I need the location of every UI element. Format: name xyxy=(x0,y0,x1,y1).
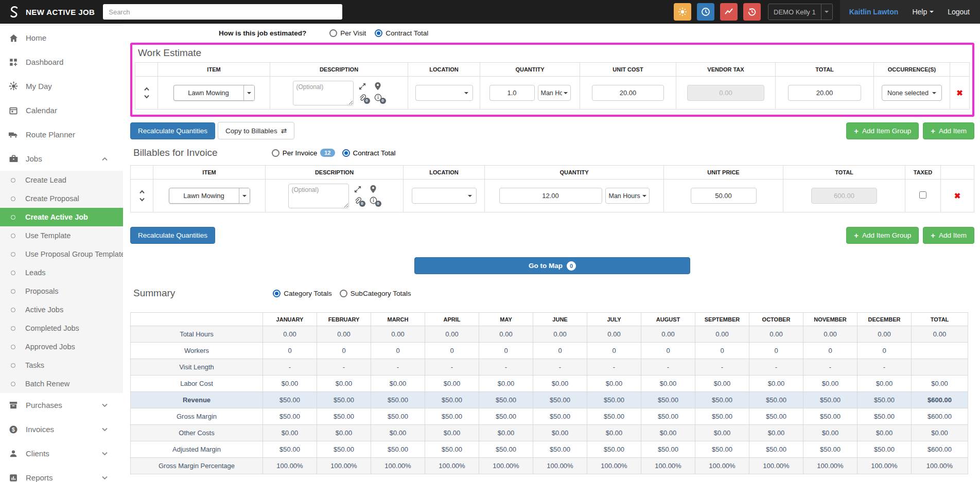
sidebar-item-purchases[interactable]: Purchases xyxy=(0,393,123,417)
sidebar-item-create-proposal[interactable]: Create Proposal xyxy=(0,189,123,208)
radio-billables-contract-total[interactable]: Contract Total xyxy=(342,149,396,157)
account-selector[interactable]: DEMO Kelly 1 xyxy=(768,4,833,20)
work-estimate-highlight-box: Work Estimate ITEM DESCRIPTION LOCATION … xyxy=(130,43,974,117)
sidebar-item-clients[interactable]: Clients xyxy=(0,441,123,466)
delete-row-button[interactable]: ✖ xyxy=(956,88,963,97)
unit-select[interactable]: Man Hou xyxy=(538,85,571,101)
unit-cost-input[interactable] xyxy=(592,85,664,101)
sidebar-item-create-lead[interactable]: Create Lead xyxy=(0,171,123,189)
user-name-link[interactable]: Kaitlin Lawton xyxy=(849,8,899,16)
delete-row-button[interactable]: ✖ xyxy=(954,191,961,200)
summary-cell: $50.00 xyxy=(317,408,371,425)
item-select[interactable]: Lawn Mowing xyxy=(173,85,255,101)
sidebar-item-my-day[interactable]: My Day xyxy=(0,74,123,98)
quantity-input[interactable] xyxy=(499,188,602,204)
copy-to-billables-button[interactable]: Copy to Billables⇄ xyxy=(218,122,294,139)
info-icon[interactable]: 0 xyxy=(370,196,380,205)
total-input[interactable] xyxy=(788,85,861,101)
chevron-down-icon[interactable] xyxy=(239,188,250,203)
attachment-icon[interactable]: 0 xyxy=(358,93,369,102)
occurrences-dropdown[interactable]: None selected xyxy=(882,85,942,101)
taxed-checkbox[interactable] xyxy=(919,191,926,199)
help-menu[interactable]: Help xyxy=(912,8,934,16)
radio-selected-icon[interactable] xyxy=(273,290,281,297)
expand-icon[interactable] xyxy=(354,185,364,194)
map-pin-icon[interactable] xyxy=(374,82,384,91)
item-select[interactable]: Lawn Mowing xyxy=(169,188,250,204)
history-button[interactable] xyxy=(743,3,761,21)
clock-button[interactable] xyxy=(697,3,714,21)
sidebar-item-leads[interactable]: Leads xyxy=(0,263,123,282)
vendor-tax-input xyxy=(687,85,764,101)
summary-cell: $0.00 xyxy=(803,425,857,441)
summary-cell: $0.00 xyxy=(371,376,425,392)
attachment-icon[interactable]: 0 xyxy=(354,196,364,205)
location-select[interactable] xyxy=(412,188,477,204)
quantity-input[interactable] xyxy=(489,85,535,101)
description-textarea[interactable] xyxy=(293,81,354,105)
sidebar-item-completed-jobs[interactable]: Completed Jobs xyxy=(0,319,123,337)
add-item-button[interactable]: +Add Item xyxy=(923,122,974,139)
sidebar-item-dashboard[interactable]: Dashboard xyxy=(0,50,123,74)
location-select[interactable] xyxy=(415,85,473,101)
expand-icon[interactable] xyxy=(358,82,369,91)
radio-icon[interactable] xyxy=(340,290,347,297)
radio-category-totals[interactable]: Category Totals xyxy=(273,290,332,297)
sidebar-item-tasks[interactable]: Tasks xyxy=(0,356,123,374)
sidebar-item-route-planner[interactable]: Route Planner xyxy=(0,122,123,147)
chart-button[interactable] xyxy=(720,3,738,21)
sidebar-item-jobs[interactable]: Jobs xyxy=(0,147,123,171)
recalculate-quantities-button[interactable]: Recalculate Quantities xyxy=(130,122,215,139)
chevron-down-icon[interactable] xyxy=(243,85,254,100)
search-input[interactable] xyxy=(103,4,342,20)
description-textarea[interactable] xyxy=(288,184,349,208)
sidebar-item-active-jobs[interactable]: Active Jobs xyxy=(0,300,123,319)
summary-cell: $50.00 xyxy=(749,408,803,425)
chevron-down-icon[interactable] xyxy=(821,4,832,20)
recalculate-quantities-button[interactable]: Recalculate Quantities xyxy=(130,227,215,244)
unit-select[interactable]: Man Hours xyxy=(605,188,650,204)
sidebar-item-use-proposal-group-template[interactable]: Use Proposal Group Template xyxy=(0,245,123,263)
sidebar-item-create-active-job[interactable]: Create Active Job xyxy=(0,208,123,226)
radio-per-invoice[interactable]: Per Invoice 12 xyxy=(272,149,335,157)
sidebar-item-home[interactable]: Home xyxy=(0,26,123,50)
sidebar-item-approved-jobs[interactable]: Approved Jobs xyxy=(0,337,123,356)
radio-contract-total[interactable]: Contract Total xyxy=(375,29,428,37)
add-item-button[interactable]: +Add Item xyxy=(923,227,974,244)
chevron-down-icon xyxy=(932,92,936,94)
sidebar-item-calendar[interactable]: Calendar xyxy=(0,98,123,122)
radio-selected-icon[interactable] xyxy=(375,29,382,37)
map-pin-icon[interactable] xyxy=(370,185,380,194)
add-item-group-button[interactable]: +Add Item Group xyxy=(846,227,919,244)
row-reorder-handle[interactable] xyxy=(137,87,156,99)
sidebar-item-batch-renew[interactable]: Batch Renew xyxy=(0,374,123,393)
logout-button[interactable]: Logout xyxy=(948,8,970,16)
summary-cell: 100.00% xyxy=(641,458,695,474)
sidebar-item-invoices[interactable]: $Invoices xyxy=(0,417,123,441)
work-estimate-title: Work Estimate xyxy=(138,47,970,59)
sidebar-item-proposals[interactable]: Proposals xyxy=(0,282,123,300)
sidebar-item-use-template[interactable]: Use Template xyxy=(0,226,123,245)
summary-cell: $0.00 xyxy=(371,425,425,441)
radio-icon[interactable] xyxy=(329,29,337,37)
unit-price-input[interactable] xyxy=(691,188,757,204)
sidebar-item-reports[interactable]: Reports xyxy=(0,466,123,482)
radio-subcategory-totals[interactable]: SubCategory Totals xyxy=(340,290,411,297)
summary-cell: 0 xyxy=(533,343,587,359)
summary-cell: - xyxy=(695,359,749,376)
summary-cell: 100.00% xyxy=(479,458,533,474)
radio-selected-icon[interactable] xyxy=(342,149,350,157)
info-icon[interactable]: 0 xyxy=(374,93,384,102)
radio-icon[interactable] xyxy=(272,149,279,157)
sidebar-item-label: Proposals xyxy=(25,287,123,295)
add-item-group-button[interactable]: +Add Item Group xyxy=(846,122,919,139)
radio-per-visit[interactable]: Per Visit xyxy=(329,29,366,37)
summary-cell: $50.00 xyxy=(695,392,749,408)
circle-bullet-icon xyxy=(11,271,15,275)
summary-row: Gross Margin Percentage100.00%100.00%100… xyxy=(131,458,968,474)
sun-button[interactable] xyxy=(674,3,691,21)
item-select-value: Lawn Mowing xyxy=(169,188,239,203)
chevron-down-icon xyxy=(642,195,646,197)
go-to-map-button[interactable]: Go to Map 0 xyxy=(414,257,690,274)
row-reorder-handle[interactable] xyxy=(132,190,151,202)
